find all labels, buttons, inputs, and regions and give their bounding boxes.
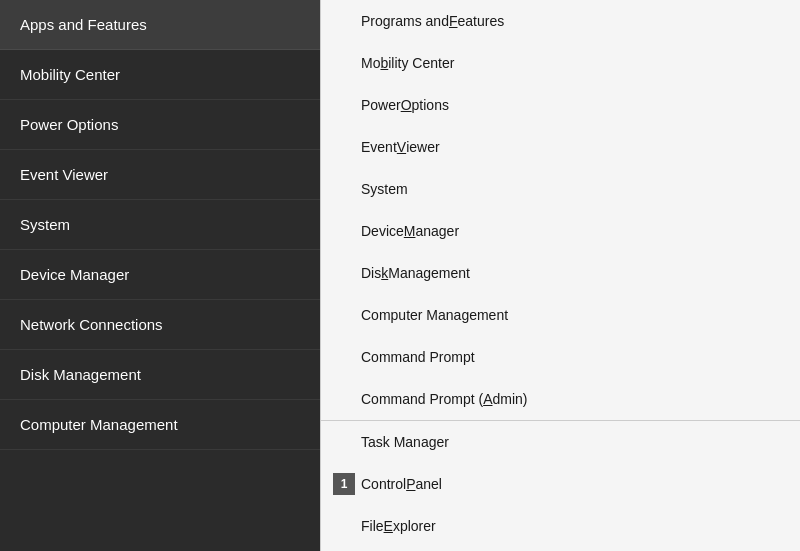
right-menu-item-device-manager[interactable]: Device Manager <box>321 210 800 252</box>
underline-char-command-prompt-admin: A <box>483 391 492 407</box>
right-menu-item-file-explorer[interactable]: File Explorer <box>321 505 800 547</box>
right-menu-item-command-prompt-admin[interactable]: Command Prompt (Admin) <box>321 378 800 420</box>
left-menu-panel: Apps and FeaturesMobility CenterPower Op… <box>0 0 320 551</box>
right-menu-item-search[interactable]: Search <box>321 547 800 551</box>
badge-container-control-panel: 1Control Panel <box>361 476 442 492</box>
left-menu-item-power-options[interactable]: Power Options <box>0 100 320 150</box>
right-menu-item-command-prompt[interactable]: Command Prompt <box>321 336 800 378</box>
left-menu-item-network-connections[interactable]: Network Connections <box>0 300 320 350</box>
left-menu-item-mobility-center[interactable]: Mobility Center <box>0 50 320 100</box>
underline-char-mobility-center: b <box>380 55 388 71</box>
left-menu-item-computer-management[interactable]: Computer Management <box>0 400 320 450</box>
underline-char-control-panel: P <box>406 476 415 492</box>
left-menu-item-disk-management[interactable]: Disk Management <box>0 350 320 400</box>
right-top-section: Programs and FeaturesMobility CenterPowe… <box>321 0 800 421</box>
right-menu-item-mobility-center[interactable]: Mobility Center <box>321 42 800 84</box>
underline-char-device-manager: M <box>404 223 416 239</box>
right-menu-item-control-panel[interactable]: 1Control Panel <box>321 463 800 505</box>
right-menu-panel: Programs and FeaturesMobility CenterPowe… <box>320 0 800 551</box>
left-menu-item-apps-features[interactable]: Apps and Features <box>0 0 320 50</box>
right-menu-item-task-manager[interactable]: Task Manager <box>321 421 800 463</box>
underline-char-programs-features: F <box>449 13 458 29</box>
right-menu-item-programs-features[interactable]: Programs and Features <box>321 0 800 42</box>
right-menu-item-event-viewer[interactable]: Event Viewer <box>321 126 800 168</box>
right-bottom-section: Task Manager1Control PanelFile ExplorerS… <box>321 421 800 551</box>
underline-char-event-viewer: V <box>397 139 406 155</box>
right-menu-item-computer-management[interactable]: Computer Management <box>321 294 800 336</box>
badge-control-panel: 1 <box>333 473 355 495</box>
left-menu-item-device-manager[interactable]: Device Manager <box>0 250 320 300</box>
right-menu-item-power-options[interactable]: Power Options <box>321 84 800 126</box>
underline-char-file-explorer: E <box>384 518 393 534</box>
underline-char-power-options: O <box>401 97 412 113</box>
right-menu-item-system[interactable]: System <box>321 168 800 210</box>
left-menu-item-event-viewer[interactable]: Event Viewer <box>0 150 320 200</box>
right-menu-item-disk-management[interactable]: Disk Management <box>321 252 800 294</box>
left-menu-item-system[interactable]: System <box>0 200 320 250</box>
underline-char-disk-management: k <box>381 265 388 281</box>
